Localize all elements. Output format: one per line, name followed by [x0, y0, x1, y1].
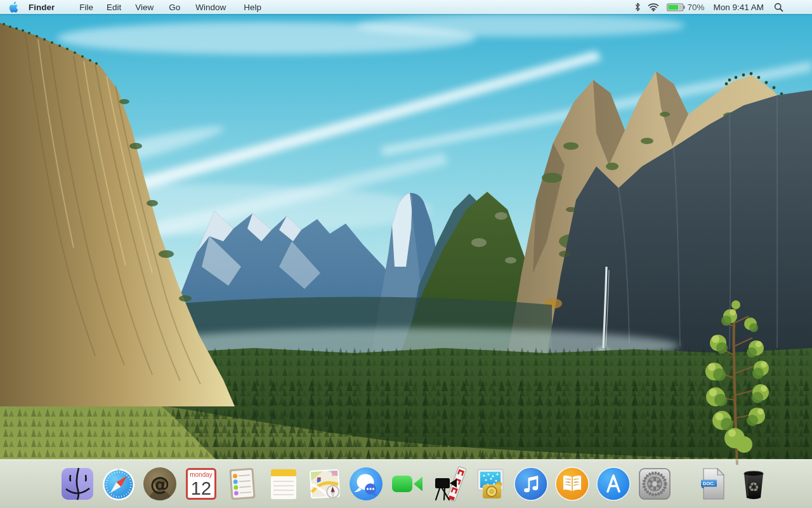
- menu-bar-left: Finder File Edit View Go Window Help: [0, 1, 261, 13]
- desktop[interactable]: Finder File Edit View Go Window Help: [0, 0, 812, 508]
- maps-compass-icon: [307, 466, 343, 502]
- dock-icon-movies[interactable]: [431, 466, 466, 502]
- dock-icon-trash[interactable]: ♻: [736, 466, 771, 502]
- dock-icon-notes[interactable]: [266, 466, 301, 502]
- apple-menu[interactable]: [8, 1, 18, 13]
- wifi-icon[interactable]: [648, 3, 659, 11]
- doc-badge-label: DOC.: [703, 481, 715, 486]
- svg-text:@: @: [150, 472, 170, 495]
- dock-icon-facetime[interactable]: [390, 466, 425, 502]
- film-camera-icon: [431, 466, 466, 502]
- menu-file[interactable]: File: [79, 3, 93, 12]
- calendar-weekday: monday: [190, 471, 213, 478]
- gear-icon: [637, 466, 672, 502]
- bluetooth-icon[interactable]: [634, 2, 641, 12]
- open-book-icon: [554, 466, 590, 502]
- calendar-icon: monday 12: [183, 466, 219, 502]
- music-note-icon: [513, 466, 549, 502]
- reminders-list-icon: [225, 466, 260, 502]
- calendar-day: 12: [191, 478, 211, 498]
- menu-window[interactable]: Window: [195, 3, 226, 12]
- at-sign-icon: @: [142, 466, 178, 502]
- menu-view[interactable]: View: [135, 3, 154, 12]
- dock-icon-reminders[interactable]: [225, 466, 260, 502]
- battery-icon: [667, 3, 685, 11]
- dock-icon-ibooks[interactable]: [554, 466, 590, 502]
- dock-icon-documents[interactable]: DOC.: [695, 466, 730, 502]
- dock-icon-messages[interactable]: [348, 466, 384, 502]
- dock-icon-safari[interactable]: [101, 466, 136, 502]
- menu-bar-clock[interactable]: Mon 9:41 AM: [713, 3, 764, 12]
- dock-icon-system-preferences[interactable]: [637, 466, 672, 502]
- dock-icon-finder[interactable]: [60, 466, 95, 502]
- app-store-a-icon: [596, 466, 631, 502]
- apple-icon: [8, 1, 18, 13]
- trash-recycle-icon: ♻: [736, 466, 771, 502]
- wallpaper-yosemite-valley: [0, 0, 812, 508]
- safari-compass-icon: [101, 466, 136, 502]
- menu-bar: Finder File Edit View Go Window Help: [0, 0, 812, 14]
- dock-icon-calendar[interactable]: monday 12: [183, 466, 219, 502]
- dock-icon-mail[interactable]: @: [142, 466, 178, 502]
- dock: @ monday 12: [0, 459, 812, 508]
- battery-percentage: 70%: [687, 3, 704, 12]
- svg-text:♻: ♻: [748, 479, 759, 495]
- battery-status[interactable]: 70%: [667, 3, 704, 12]
- dock-icon-itunes[interactable]: [513, 466, 549, 502]
- menu-help[interactable]: Help: [244, 3, 261, 12]
- video-camera-icon: [390, 466, 425, 502]
- doc-file-icon: DOC.: [695, 466, 730, 502]
- menu-edit[interactable]: Edit: [107, 3, 121, 12]
- spotlight-search-icon[interactable]: [774, 3, 783, 12]
- menu-bar-status: 70% Mon 9:41 AM: [634, 2, 812, 12]
- menu-go[interactable]: Go: [169, 3, 180, 12]
- notes-icon: [266, 466, 301, 502]
- speech-bubbles-icon: [348, 466, 384, 502]
- dock-icon-photos[interactable]: [472, 466, 508, 502]
- photo-camera-icon: [472, 466, 508, 502]
- dock-icon-maps[interactable]: [307, 466, 343, 502]
- finder-face-icon: [60, 466, 95, 502]
- app-menu-finder[interactable]: Finder: [29, 3, 55, 12]
- dock-icon-app-store[interactable]: [596, 466, 631, 502]
